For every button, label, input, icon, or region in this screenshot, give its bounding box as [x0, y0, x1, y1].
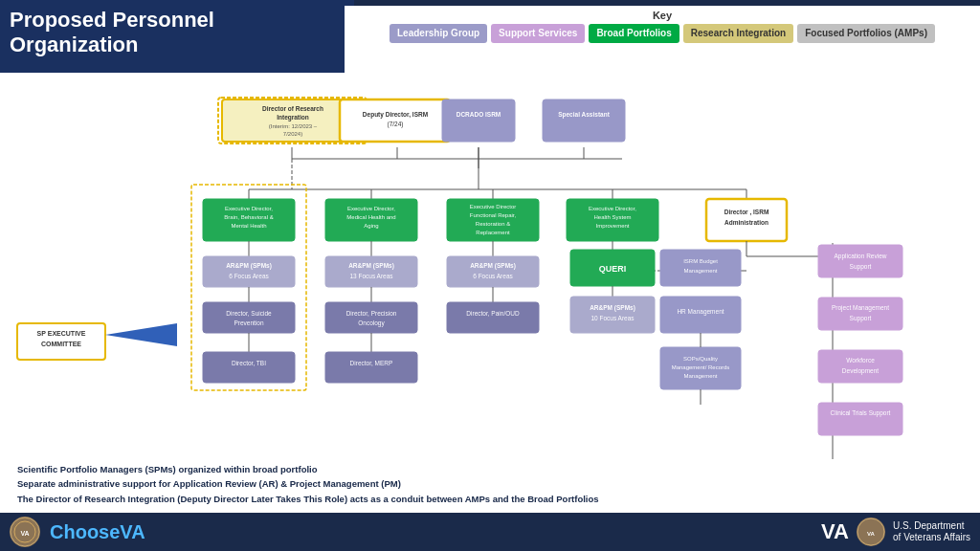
svg-text:Management: Management — [683, 373, 717, 379]
svg-text:6 Focus Areas: 6 Focus Areas — [229, 273, 269, 279]
svg-text:Oncology: Oncology — [358, 320, 385, 327]
svg-text:Director, MERP: Director, MERP — [350, 360, 393, 366]
va-seal-left: VA — [10, 517, 40, 547]
svg-rect-64 — [325, 256, 417, 287]
svg-text:Director of Research: Director of Research — [262, 105, 323, 112]
svg-text:Support: Support — [850, 315, 872, 322]
bottom-bar: VA ChooseVA VA VA U.S. Departmentof Vete… — [0, 513, 980, 551]
svg-text:Development: Development — [842, 367, 879, 375]
svg-text:ISRM Budget: ISRM Budget — [683, 258, 718, 264]
key-area: Key Leadership Group Support Services Br… — [345, 6, 980, 73]
svg-rect-82 — [203, 302, 295, 333]
svg-text:Workforce: Workforce — [846, 357, 875, 364]
va-logo-text: VA — [821, 519, 849, 544]
svg-text:VA: VA — [867, 531, 876, 537]
svg-text:Integration: Integration — [277, 114, 309, 121]
svg-text:SP EXECUTIVE: SP EXECUTIVE — [37, 330, 86, 337]
svg-text:AR&PM (SPMs): AR&PM (SPMs) — [590, 304, 635, 312]
svg-text:13 Focus Areas: 13 Focus Areas — [349, 273, 393, 279]
key-support: Support Services — [491, 24, 585, 43]
svg-rect-93 — [660, 297, 741, 333]
va-blue-text: VA — [120, 521, 145, 542]
svg-text:Medical Health and: Medical Health and — [346, 214, 395, 220]
key-items: Leadership Group Support Services Broad … — [390, 24, 935, 43]
svg-text:Improvement: Improvement — [595, 223, 629, 229]
svg-text:Support: Support — [850, 263, 872, 271]
svg-text:Deputy Director, ISRM: Deputy Director, ISRM — [363, 111, 428, 119]
svg-text:SOPs/Quality: SOPs/Quality — [683, 356, 718, 362]
svg-text:(Interim: 12/2023 –: (Interim: 12/2023 – — [269, 123, 318, 129]
svg-marker-118 — [105, 323, 177, 346]
svg-text:VA: VA — [20, 530, 29, 537]
svg-text:Restoration &: Restoration & — [476, 221, 510, 227]
svg-text:7/2024): 7/2024) — [283, 131, 302, 137]
svg-text:6 Focus Areas: 6 Focus Areas — [473, 273, 513, 279]
key-leadership: Leadership Group — [390, 24, 487, 43]
org-svg: Director of Research Integration (Interi… — [0, 73, 980, 513]
svg-text:Executive Director,: Executive Director, — [225, 206, 273, 211]
svg-text:Management: Management — [683, 268, 717, 274]
svg-text:Special Assistant: Special Assistant — [558, 111, 610, 119]
main-container: Key Leadership Group Support Services Br… — [0, 0, 980, 551]
va-logo-area: VA VA U.S. Departmentof Veterans Affairs — [821, 518, 970, 546]
svg-text:Executive Director,: Executive Director, — [347, 206, 395, 211]
svg-rect-16 — [442, 99, 515, 142]
svg-rect-75 — [818, 245, 902, 277]
svg-text:AR&PM (SPMs): AR&PM (SPMs) — [348, 262, 394, 270]
svg-text:10 Focus Areas: 10 Focus Areas — [590, 315, 635, 321]
svg-text:Administration: Administration — [724, 219, 768, 226]
svg-text:DCRADO ISRM: DCRADO ISRM — [457, 111, 501, 118]
svg-text:Mental Health: Mental Health — [231, 223, 266, 229]
svg-text:Director, TBI: Director, TBI — [232, 360, 266, 366]
svg-text:AR&PM (SPMs): AR&PM (SPMs) — [226, 262, 272, 270]
page-title: Proposed Personnel Organization — [10, 8, 297, 58]
svg-text:Executive Director,: Executive Director, — [589, 206, 636, 211]
svg-text:Management/ Records: Management/ Records — [672, 364, 730, 370]
key-label: Key — [653, 10, 672, 21]
svg-rect-18 — [543, 99, 625, 142]
svg-rect-110 — [818, 350, 902, 383]
choose-text: Choose — [50, 521, 120, 542]
svg-rect-88 — [447, 302, 539, 333]
org-chart: Director of Research Integration (Interi… — [0, 73, 980, 513]
svg-rect-85 — [325, 302, 417, 333]
choose-va-text[interactable]: ChooseVA — [50, 521, 145, 543]
svg-rect-113 — [818, 403, 902, 435]
note-3: The Director of Research Integration (De… — [17, 493, 963, 505]
note-1: Scientific Portfolio Managers (SPMs) org… — [17, 463, 963, 475]
svg-text:Director , ISRM: Director , ISRM — [724, 209, 769, 216]
svg-text:Executive Director: Executive Director — [470, 204, 517, 209]
svg-rect-102 — [325, 352, 417, 383]
svg-text:Director, Pain/OUD: Director, Pain/OUD — [466, 310, 520, 317]
svg-text:AR&PM (SPMs): AR&PM (SPMs) — [470, 262, 516, 270]
svg-rect-100 — [203, 352, 295, 383]
svg-rect-95 — [818, 298, 902, 330]
svg-rect-61 — [203, 256, 295, 287]
note-2: Separate administrative support for Appl… — [17, 477, 963, 490]
svg-text:COMMITTEE: COMMITTEE — [41, 341, 81, 347]
svg-text:Application Review: Application Review — [835, 253, 887, 260]
svg-text:Clinical Trials Support: Clinical Trials Support — [831, 409, 891, 417]
svg-text:Replacement: Replacement — [476, 230, 510, 235]
svg-text:Brain, Behavioral &: Brain, Behavioral & — [224, 214, 273, 220]
svg-text:Functional Repair,: Functional Repair, — [470, 212, 517, 218]
svg-text:Project Management: Project Management — [832, 304, 889, 312]
svg-text:HR Management: HR Management — [677, 308, 724, 316]
svg-text:Prevention: Prevention — [234, 320, 263, 326]
svg-text:Aging: Aging — [364, 223, 378, 229]
key-broad: Broad Portfolios — [589, 24, 679, 43]
svg-text:Director, Suicide: Director, Suicide — [226, 310, 272, 317]
svg-text:Director, Precision: Director, Precision — [346, 310, 397, 317]
key-research: Research Integration — [683, 24, 793, 43]
svg-rect-67 — [447, 256, 539, 287]
notes-area: Scientific Portfolio Managers (SPMs) org… — [10, 459, 970, 511]
svg-text:Health System: Health System — [593, 214, 631, 220]
svg-text:(7/24): (7/24) — [388, 121, 404, 128]
va-seal-right: VA — [857, 518, 885, 546]
dept-text: U.S. Departmentof Veterans Affairs — [893, 520, 970, 543]
key-focused: Focused Portfolios (AMPs) — [797, 24, 935, 43]
svg-text:QUERI: QUERI — [599, 264, 627, 274]
